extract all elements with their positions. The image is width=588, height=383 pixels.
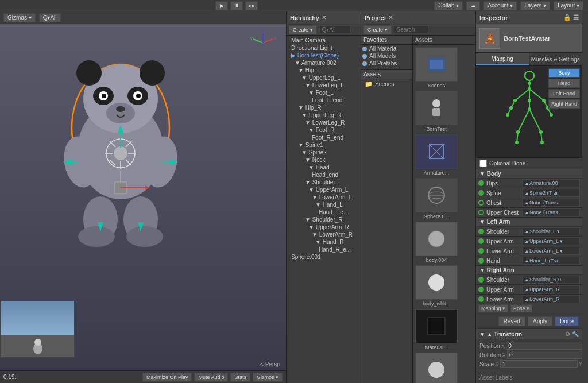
optional-bone-checkbox[interactable] [479, 160, 487, 167]
tree-item-main-camera[interactable]: Main Camera [287, 37, 361, 44]
rotation-x-field[interactable] [507, 351, 582, 359]
tree-item-hip-r[interactable]: ▼ Hip_R [287, 104, 361, 111]
tree-item-shoulder-r[interactable]: ▼ Shoulder_R [287, 216, 361, 223]
svg-point-17 [78, 226, 115, 247]
folder-scenes-label: Scenes [375, 81, 394, 87]
tree-item-upperarm-l[interactable]: ▼ UpperArm_L [287, 186, 361, 194]
upper-chest-value[interactable]: ▲None (Trans [522, 208, 580, 216]
body-tab-head[interactable]: Head [548, 79, 580, 88]
tree-item-shoulder-l[interactable]: ▼ Shoulder_L [287, 179, 361, 186]
tree-item-lowerleg-r[interactable]: ▼ LowerLeg_R [287, 119, 361, 126]
tree-item-hand-l-end[interactable]: Hand_l_e... [287, 208, 361, 216]
asset-armature-thumb [415, 134, 458, 169]
tree-item-foot-l[interactable]: ▼ Foot_L [287, 89, 361, 96]
tree-item-lowerleg-l[interactable]: ▼ LowerLeg_L [287, 82, 361, 89]
tree-item-borntest-clone[interactable]: ▶ BornTest(Clone) [287, 52, 361, 59]
project-search[interactable] [394, 25, 428, 34]
scale-x-field[interactable] [500, 360, 578, 368]
tree-item-foot-r-end[interactable]: Foot_R_end [287, 134, 361, 141]
asset-borntest[interactable]: BornTest [415, 91, 458, 132]
tree-item-lowerarm-r[interactable]: ▼ LowerArm_R [287, 231, 361, 238]
gizmos-button[interactable]: Gizmos ▾ [3, 13, 36, 22]
fav-all-prefabs[interactable]: All Prefabs [361, 60, 412, 67]
scene-canvas[interactable]: X Y Z < Persp [0, 24, 286, 370]
tree-item-armature002[interactable]: ▼ Armature.002 [287, 59, 361, 67]
right-upper-arm-value[interactable]: ▲UpperArm_R [522, 285, 580, 293]
hierarchy-search[interactable] [319, 25, 351, 34]
asset-sphere0-1[interactable]: Sphere.0... [415, 178, 458, 219]
revert-button[interactable]: Revert [498, 316, 525, 326]
tree-item-spine2[interactable]: ▼ Spine2 [287, 149, 361, 156]
left-hand-indicator [478, 258, 484, 264]
tree-item-lowerarm-l[interactable]: ▼ LowerArm_L [287, 194, 361, 201]
layers-button[interactable]: Layers ▾ [520, 1, 550, 10]
tree-item-hip-l[interactable]: ▼ Hip_L [287, 67, 361, 74]
mapping-dropdown-button[interactable]: Mapping ▾ [478, 304, 508, 312]
left-upper-arm-value[interactable]: ▲UpperArm_L ▾ [522, 237, 580, 245]
svg-point-83 [528, 107, 531, 111]
toolbar-right: Collab ▾ ☁ Account ▾ Layers ▾ Layout ▾ [434, 1, 583, 10]
step-button[interactable]: ⏭ [245, 1, 258, 10]
tab-mapping[interactable]: Mapping [476, 53, 529, 65]
layout-button[interactable]: Layout ▾ [554, 1, 583, 10]
project-title: Project [365, 14, 386, 21]
gizmos-scene-button[interactable]: Gizmos ▾ [253, 373, 283, 382]
body-tab-body[interactable]: Body [548, 68, 580, 78]
right-lower-arm-value[interactable]: ▲LowerArm_R [522, 295, 580, 303]
svg-point-54 [432, 99, 440, 107]
tree-item-head[interactable]: ▼ Head [287, 164, 361, 171]
cloud-button[interactable]: ☁ [466, 1, 480, 10]
folder-scenes[interactable]: 📁 Scenes [361, 79, 412, 89]
asset-armature[interactable]: Armature... [415, 134, 458, 176]
chest-value[interactable]: ▲None (Trans [522, 199, 580, 207]
account-button[interactable]: Account ▾ [483, 1, 517, 10]
tree-item-foot-l-end[interactable]: Foot_L_end [287, 96, 361, 104]
tree-item-foot-r[interactable]: ▼ Foot_R [287, 126, 361, 134]
tree-item-sphere001[interactable]: Sphere.001 [287, 253, 361, 261]
tree-item-upperleg-r[interactable]: ▼ UpperLeg_R [287, 111, 361, 119]
asset-pantsu[interactable]: pantsu.0... [415, 353, 458, 383]
body-tab-left-hand[interactable]: Left Hand [548, 89, 580, 98]
project-create-button[interactable]: Create ▾ [363, 25, 392, 34]
left-shoulder-value[interactable]: ▲Shoulder_L ▾ [522, 227, 580, 235]
done-button[interactable]: Done [555, 316, 579, 326]
asset-scenes[interactable]: Scenes [415, 47, 458, 88]
fav-all-materials[interactable]: All Material [361, 45, 412, 52]
collab-button[interactable]: Collab ▾ [434, 1, 463, 10]
left-hand-value[interactable]: ▲Hand_L (Tra [522, 257, 580, 265]
tree-item-upperarm-r[interactable]: ▼ UpperArm_R [287, 223, 361, 231]
fav-all-models[interactable]: All Models [361, 52, 412, 60]
hips-value[interactable]: ▲Armature.00 [522, 179, 580, 187]
pose-dropdown-button[interactable]: Pose ▾ [510, 304, 532, 312]
asset-body-white[interactable]: body_whit... [415, 265, 458, 307]
apply-button[interactable]: Apply [528, 316, 552, 326]
project-close[interactable]: ✕ [388, 14, 393, 21]
tree-item-hand-r[interactable]: ▼ Hand_R [287, 238, 361, 246]
position-x-field[interactable] [506, 342, 582, 350]
asset-body004[interactable]: body.004 [415, 222, 458, 263]
play-button[interactable]: ▶ [215, 1, 228, 10]
pause-button[interactable]: ⏸ [230, 1, 243, 10]
asset-material[interactable]: Material... [415, 309, 458, 350]
stats-button[interactable]: Stats [230, 373, 250, 382]
maximize-on-play-button[interactable]: Maximize On Play [142, 373, 192, 382]
spine-value[interactable]: ▲Spine2 (Trai [522, 189, 580, 197]
hips-label: Hips [486, 180, 521, 187]
left-lower-arm-value[interactable]: ▲LowerArm_L ▾ [522, 247, 580, 255]
tree-item-upperleg-l[interactable]: ▼ UpperLeg_L [287, 74, 361, 82]
tab-muscles-settings[interactable]: Muscles & Settings [529, 53, 583, 65]
tree-item-spine1[interactable]: ▼ Spine1 [287, 141, 361, 149]
right-shoulder-value[interactable]: ▲Shoulder_R 0 [522, 276, 580, 284]
all-button[interactable]: Q▾All [39, 13, 61, 22]
mute-audio-button[interactable]: Mute Audio [194, 373, 228, 382]
tree-item-neck[interactable]: ▼ Neck [287, 156, 361, 164]
hierarchy-create-button[interactable]: Create ▾ [289, 25, 317, 34]
tree-item-hand-r-end[interactable]: Hand_R_e... [287, 246, 361, 253]
hierarchy-close[interactable]: ✕ [322, 14, 326, 21]
inspector-lock-icon[interactable]: 🔒 [563, 14, 571, 21]
inspector-menu-icon[interactable]: ☰ [573, 14, 579, 21]
tree-item-directional-light[interactable]: Directional Light [287, 44, 361, 52]
tree-item-hand-l[interactable]: ▼ Hand_L [287, 201, 361, 208]
tree-item-head-end[interactable]: Head_end [287, 171, 361, 179]
body-tab-right-hand[interactable]: Right Hand [548, 99, 580, 109]
